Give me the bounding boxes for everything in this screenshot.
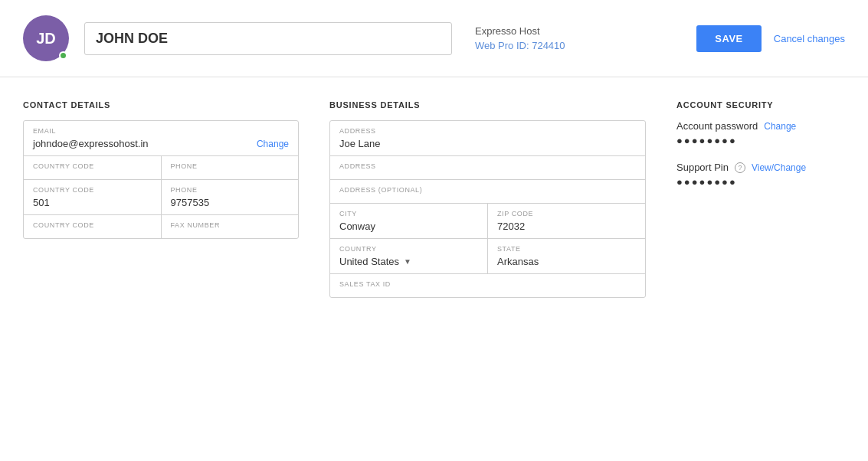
contact-phone-row: COUNTRY CODE 501 PHONE 9757535 (24, 180, 298, 215)
user-name-input[interactable] (84, 22, 452, 55)
country-code-label-1: COUNTRY CODE (33, 162, 152, 170)
country-code-cell: COUNTRY CODE 501 (24, 180, 161, 214)
help-icon[interactable]: ? (735, 162, 745, 173)
country-select[interactable]: United States ▼ (339, 256, 478, 267)
sales-tax-cell: SALES TAX ID (330, 274, 645, 297)
support-pin-header: Support Pin ? View/Change (676, 162, 845, 173)
address2-cell: ADDRESS (330, 156, 645, 179)
country-cell: COUNTRY United States ▼ (330, 239, 487, 273)
main-content: CONTACT DETAILS EMAIL johndoe@expressoho… (0, 77, 868, 321)
business-section-title: BUSINESS DETAILS (329, 100, 646, 110)
business-address2-row: ADDRESS (330, 156, 645, 180)
country-label: COUNTRY (339, 245, 478, 253)
webpro-id: Web Pro ID: 724410 (475, 40, 565, 51)
security-section-title: ACCOUNT SECURITY (676, 100, 845, 110)
chevron-down-icon: ▼ (404, 257, 411, 266)
email-cell: EMAIL johndoe@expressohost.in Change (24, 121, 298, 155)
security-section: ACCOUNT SECURITY Account password Change… (676, 100, 845, 298)
avatar: JD (23, 15, 69, 61)
city-cell: CITY Conway (330, 204, 487, 238)
business-city-zip-row: CITY Conway ZIP CODE 72032 (330, 204, 645, 239)
address-cell: ADDRESS Joe Lane (330, 121, 645, 155)
business-address-row: ADDRESS Joe Lane (330, 121, 645, 156)
contact-email-row: EMAIL johndoe@expressohost.in Change (24, 121, 298, 156)
phone-value: 9757535 (171, 197, 290, 208)
save-button[interactable]: SAVE (696, 25, 761, 52)
header-actions: SAVE Cancel changes (696, 25, 845, 52)
password-item: Account password Change ●●●●●●●● (676, 120, 845, 146)
cancel-changes-button[interactable]: Cancel changes (774, 33, 845, 44)
fax-cell: FAX NUMBER (161, 215, 299, 238)
support-pin-action-button[interactable]: View/Change (752, 162, 806, 173)
country-code-value: 501 (33, 197, 152, 208)
fax-label: FAX NUMBER (171, 221, 290, 229)
business-country-state-row: COUNTRY United States ▼ STATE Arkansas (330, 239, 645, 274)
zip-label: ZIP CODE (497, 210, 636, 217)
email-value: johndoe@expressohost.in (33, 138, 149, 149)
support-pin-dots: ●●●●●●●● (676, 176, 845, 188)
address-optional-cell: ADDRESS (optional) (330, 180, 645, 203)
email-field-group: EMAIL johndoe@expressohost.in (33, 127, 149, 149)
contact-fax-row: COUNTRY CODE FAX NUMBER (24, 215, 298, 238)
fax-country-code-cell: COUNTRY CODE (24, 215, 161, 238)
page-header: JD Expresso Host Web Pro ID: 724410 SAVE… (0, 0, 868, 77)
address-optional-label: ADDRESS (optional) (339, 186, 636, 194)
address-value: Joe Lane (339, 138, 636, 149)
user-role: Expresso Host (475, 25, 565, 37)
empty-country-code-cell: COUNTRY CODE (24, 156, 161, 179)
city-value: Conway (339, 221, 478, 232)
online-status-dot (59, 51, 67, 60)
avatar-initials: JD (36, 30, 56, 47)
phone-label-2: PHONE (171, 186, 290, 194)
phone-cell: PHONE 9757535 (161, 180, 299, 214)
business-sales-tax-row: SALES TAX ID (330, 274, 645, 297)
address-label: ADDRESS (339, 127, 636, 135)
business-address-optional-row: ADDRESS (optional) (330, 180, 645, 204)
sales-tax-label: SALES TAX ID (339, 280, 636, 288)
contact-section-title: CONTACT DETAILS (23, 100, 299, 110)
state-label: STATE (497, 245, 636, 253)
phone-label-1: PHONE (171, 162, 290, 170)
password-header: Account password Change (676, 120, 845, 132)
password-dots: ●●●●●●●● (676, 135, 845, 146)
address2-label: ADDRESS (339, 162, 636, 170)
country-code-label-2: COUNTRY CODE (33, 186, 152, 194)
email-label: EMAIL (33, 127, 149, 135)
country-code-label-3: COUNTRY CODE (33, 221, 152, 229)
user-info: Expresso Host Web Pro ID: 724410 (475, 25, 565, 51)
contact-table: EMAIL johndoe@expressohost.in Change COU… (23, 120, 299, 239)
contact-section: CONTACT DETAILS EMAIL johndoe@expressoho… (23, 100, 299, 298)
support-pin-item: Support Pin ? View/Change ●●●●●●●● (676, 162, 845, 188)
business-table: ADDRESS Joe Lane ADDRESS ADDRESS (option… (329, 120, 646, 298)
email-change-button[interactable]: Change (257, 139, 289, 149)
city-label: CITY (339, 210, 478, 217)
state-cell: STATE Arkansas (487, 239, 645, 273)
empty-phone-cell: PHONE (161, 156, 299, 179)
password-label: Account password (676, 120, 758, 132)
password-change-button[interactable]: Change (764, 121, 796, 132)
zip-cell: ZIP CODE 72032 (487, 204, 645, 238)
support-pin-label: Support Pin (676, 162, 729, 173)
state-value: Arkansas (497, 256, 636, 267)
business-section: BUSINESS DETAILS ADDRESS Joe Lane ADDRES… (329, 100, 646, 298)
country-value: United States (339, 256, 399, 267)
contact-empty-phone-row: COUNTRY CODE PHONE (24, 156, 298, 180)
zip-value: 72032 (497, 221, 636, 232)
